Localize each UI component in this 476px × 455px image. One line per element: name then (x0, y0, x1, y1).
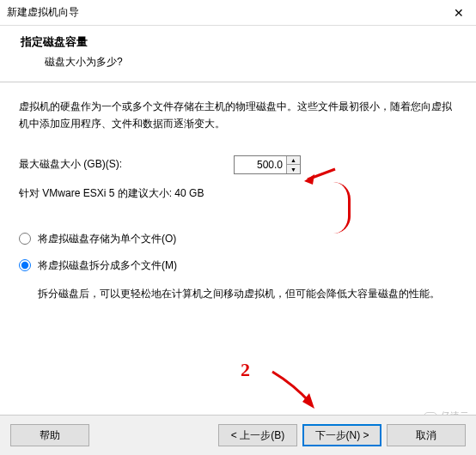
footer-spacer (95, 424, 213, 446)
spinner-down-button[interactable]: ▼ (287, 165, 300, 173)
cancel-button[interactable]: 取消 (387, 424, 466, 446)
annotation-number-2: 2 (241, 359, 250, 381)
window-title: 新建虚拟机向导 (7, 5, 79, 20)
radio-single-input[interactable] (19, 233, 31, 245)
spinner-up-button[interactable]: ▲ (287, 156, 300, 166)
titlebar: 新建虚拟机向导 ✕ (0, 0, 476, 26)
wizard-header: 指定磁盘容量 磁盘大小为多少? (0, 26, 476, 82)
close-button[interactable]: ✕ (442, 0, 476, 26)
next-button[interactable]: 下一步(N) > (302, 424, 381, 446)
storage-radio-group: 将虚拟磁盘存储为单个文件(O) 将虚拟磁盘拆分成多个文件(M) 拆分磁盘后，可以… (19, 232, 457, 302)
close-icon: ✕ (454, 6, 464, 20)
disk-size-input[interactable] (235, 156, 286, 173)
wizard-footer: 帮助 < 上一步(B) 下一步(N) > 取消 (0, 415, 476, 455)
help-button[interactable]: 帮助 (10, 424, 89, 446)
annotation-arrow-2 (268, 367, 320, 410)
radio-split-input[interactable] (19, 259, 31, 271)
radio-split-label: 将虚拟磁盘拆分成多个文件(M) (38, 258, 177, 273)
wizard-content: 虚拟机的硬盘作为一个或多个文件存储在主机的物理磁盘中。这些文件最初很小，随着您向… (0, 82, 476, 323)
split-description: 拆分磁盘后，可以更轻松地在计算机之间移动虚拟机，但可能会降低大容量磁盘的性能。 (19, 285, 457, 302)
spinner-buttons: ▲ ▼ (286, 156, 300, 173)
back-button[interactable]: < 上一步(B) (218, 424, 297, 446)
recommended-size-text: 针对 VMware ESXi 5 的建议大小: 40 GB (19, 186, 457, 201)
radio-single-file[interactable]: 将虚拟磁盘存储为单个文件(O) (19, 232, 457, 246)
description-text: 虚拟机的硬盘作为一个或多个文件存储在主机的物理磁盘中。这些文件最初很小，随着您向… (19, 98, 457, 133)
header-title: 指定磁盘容量 (21, 34, 459, 50)
disk-size-spinner[interactable]: ▲ ▼ (234, 155, 301, 174)
radio-single-label: 将虚拟磁盘存储为单个文件(O) (38, 232, 176, 246)
radio-split-files[interactable]: 将虚拟磁盘拆分成多个文件(M) (19, 258, 457, 273)
header-subtitle: 磁盘大小为多少? (21, 55, 459, 70)
disk-size-row: 最大磁盘大小 (GB)(S): ▲ ▼ (19, 155, 457, 174)
disk-size-label: 最大磁盘大小 (GB)(S): (19, 157, 234, 172)
